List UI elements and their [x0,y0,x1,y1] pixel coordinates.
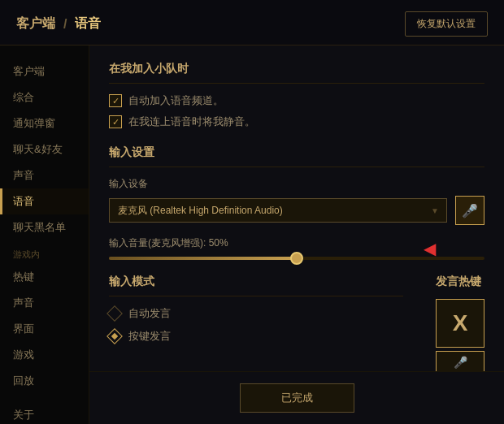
sidebar-item-about[interactable]: 关于 [0,402,89,424]
sidebar-item-chat-friends[interactable]: 聊天&好友 [0,136,89,162]
footer: 已完成 [89,371,504,424]
sidebar-item-interface[interactable]: 界面 [0,316,89,342]
red-arrow-icon: ◀ [424,239,436,258]
device-select[interactable]: 麦克风 (Realtek High Definition Audio) [109,198,447,223]
breadcrumb: 客户端 / 语音 [16,15,101,32]
header: 客户端 / 语音 恢复默认设置 [0,0,504,45]
hotkey-title: 发言热键 [436,275,484,289]
hotkey-key-label: X [453,310,468,336]
sidebar-item-game[interactable]: 游戏 [0,342,89,368]
sidebar-item-client[interactable]: 客户端 [0,58,89,84]
radio-push-diamond[interactable] [106,328,123,344]
page-title: 语音 [75,15,101,32]
sidebar-item-general[interactable]: 综合 [0,84,89,110]
device-select-row: 麦克风 (Realtek High Definition Audio) 🎤 [109,196,484,225]
hotkey-mic-button[interactable]: 🎤 [436,351,484,374]
volume-slider-container: 输入音量(麦克风增强): 50% ◀ [109,236,484,260]
input-settings-section: 输入设置 输入设备 麦克风 (Realtek High Definition A… [109,145,484,260]
checkbox-mute[interactable]: ✓ [109,115,122,128]
device-select-wrapper: 麦克风 (Realtek High Definition Audio) [109,198,447,223]
radio-push-row[interactable]: 按键发言 [109,329,403,344]
sidebar-section-game-label: 游戏内 [0,244,89,264]
checkbox-auto-join-row[interactable]: ✓ 自动加入语音频道。 [109,93,484,108]
volume-slider-track[interactable] [109,257,484,260]
sidebar-item-hotkeys[interactable]: 热键 [0,264,89,290]
sidebar: 客户端 综合 通知弹窗 聊天&好友 声音 语音 ◀ 聊天黑名单 游戏内 热键 声… [0,45,89,424]
reset-defaults-button[interactable]: 恢复默认设置 [405,11,488,37]
checkbox-mute-label: 在我连上语音时将我静音。 [128,115,255,129]
breadcrumb-parent: 客户端 [16,15,55,32]
sidebar-item-notifications[interactable]: 通知弹窗 [0,110,89,136]
checkbox-mute-row[interactable]: ✓ 在我连上语音时将我静音。 [109,115,484,129]
checkmark-icon: ✓ [112,96,119,106]
hotkey-key-box[interactable]: X [436,299,484,348]
radio-push-label: 按键发言 [128,329,171,344]
radio-auto-row[interactable]: 自动发言 [109,306,403,321]
input-settings-title: 输入设置 [109,145,484,167]
checkmark-icon-2: ✓ [112,117,119,128]
microphone-icon: 🎤 [462,203,478,218]
mode-left: 输入模式 自动发言 按键发言 [109,275,403,352]
slider-area: ◀ [109,257,484,260]
sidebar-item-voice[interactable]: 语音 ◀ [0,188,89,214]
volume-slider-fill [109,257,297,260]
hotkey-mic-icon: 🎤 [454,356,467,369]
sidebar-item-replay[interactable]: 回放 [0,368,89,394]
checkbox-auto-join[interactable]: ✓ [109,94,122,107]
input-device-label: 输入设备 [109,177,484,191]
radio-auto-label: 自动发言 [128,306,171,321]
volume-slider-thumb[interactable] [290,252,303,265]
main-layout: 客户端 综合 通知弹窗 聊天&好友 声音 语音 ◀ 聊天黑名单 游戏内 热键 声… [0,45,504,424]
done-button[interactable]: 已完成 [240,383,354,413]
sidebar-item-sound[interactable]: 声音 [0,162,89,188]
input-mode-title: 输入模式 [109,275,403,296]
checkbox-auto-join-label: 自动加入语音频道。 [128,93,224,108]
radio-auto-diamond[interactable] [106,305,123,322]
mic-test-button[interactable]: 🎤 [455,196,484,225]
sidebar-item-game-sound[interactable]: 声音 [0,290,89,316]
join-team-section-title: 在我加入小队时 [109,62,484,84]
sidebar-item-chat-blacklist[interactable]: 聊天黑名单 [0,214,89,240]
main-content: 在我加入小队时 ✓ 自动加入语音频道。 ✓ 在我连上语音时将我静音。 输入设置 … [89,45,504,424]
input-mode-section: 输入模式 自动发言 按键发言 发言热键 X 🎤 [109,275,484,374]
breadcrumb-separator: / [63,17,67,32]
mode-right: 发言热键 X 🎤 [436,275,484,374]
